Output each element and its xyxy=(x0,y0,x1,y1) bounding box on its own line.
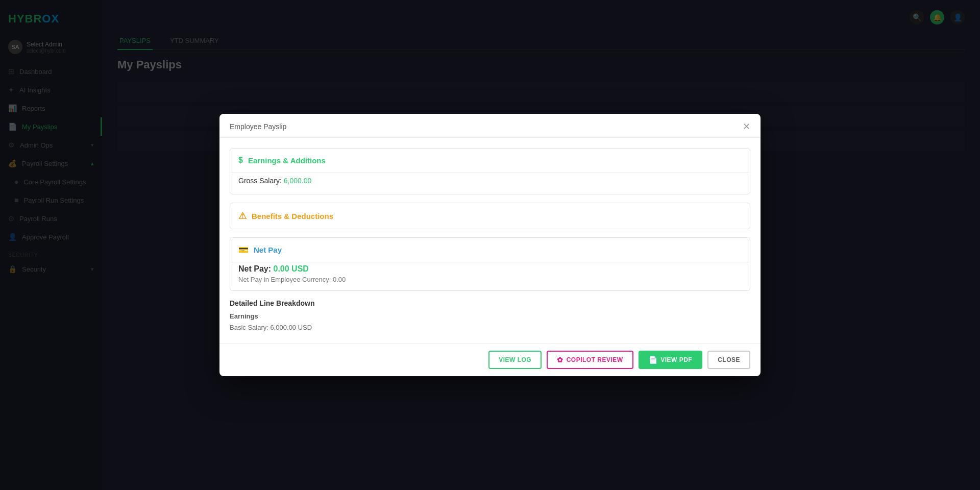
modal-header: Employee Payslip ✕ xyxy=(219,114,761,138)
netpay-content: Net Pay: 0.00 USD Net Pay in Employee Cu… xyxy=(230,262,750,290)
close-button[interactable]: CLOSE xyxy=(707,351,750,369)
dollar-icon: $ xyxy=(238,156,243,165)
benefits-header: ⚠ Benefits & Deductions xyxy=(230,203,750,229)
netpay-section: 💳 Net Pay Net Pay: 0.00 USD Net Pay in E… xyxy=(230,237,750,291)
earnings-section: $ Earnings & Additions Gross Salary: 6,0… xyxy=(230,148,750,194)
net-pay-value: 0.00 USD xyxy=(273,264,308,273)
breakdown-earnings-label: Earnings xyxy=(230,312,750,320)
earnings-content: Gross Salary: 6,000.00 xyxy=(230,172,750,194)
breakdown-title: Detailed Line Breakdown xyxy=(230,299,750,307)
employee-payslip-modal: Employee Payslip ✕ $ Earnings & Addition… xyxy=(219,114,761,376)
copilot-review-button[interactable]: ✿ COPILOT REVIEW xyxy=(547,351,633,369)
modal-body: $ Earnings & Additions Gross Salary: 6,0… xyxy=(219,138,761,343)
net-pay-row: Net Pay: 0.00 USD xyxy=(238,264,742,274)
view-pdf-button[interactable]: 📄 VIEW PDF xyxy=(639,351,703,369)
breakdown-section: Detailed Line Breakdown Earnings Basic S… xyxy=(230,299,750,333)
benefits-section: ⚠ Benefits & Deductions xyxy=(230,203,750,229)
netpay-header: 💳 Net Pay xyxy=(230,238,750,262)
earnings-header: $ Earnings & Additions xyxy=(230,149,750,172)
copilot-icon: ✿ xyxy=(557,356,564,364)
modal-close-button[interactable]: ✕ xyxy=(743,122,750,131)
gross-salary-value: 6,000.00 xyxy=(284,177,312,185)
net-pay-currency-row: Net Pay in Employee Currency: 0.00 xyxy=(238,276,742,283)
warning-icon: ⚠ xyxy=(238,210,247,222)
modal-overlay: Employee Payslip ✕ $ Earnings & Addition… xyxy=(0,0,980,490)
breakdown-basic-salary: Basic Salary: 6,000.00 USD xyxy=(230,322,750,333)
modal-footer: VIEW LOG ✿ COPILOT REVIEW 📄 VIEW PDF CLO… xyxy=(219,343,761,376)
gross-salary-row: Gross Salary: 6,000.00 xyxy=(238,175,742,187)
card-icon: 💳 xyxy=(238,245,249,255)
pdf-icon: 📄 xyxy=(649,356,658,364)
view-log-button[interactable]: VIEW LOG xyxy=(488,351,542,369)
modal-title: Employee Payslip xyxy=(230,122,286,131)
